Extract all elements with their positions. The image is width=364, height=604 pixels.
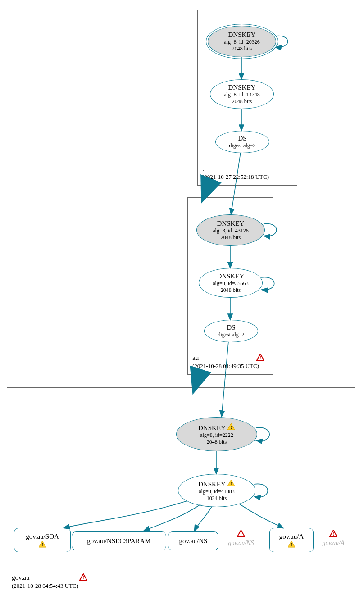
warning-icon: ! [227, 423, 235, 430]
node-sub1: alg=8, id=20326 [224, 39, 260, 45]
rr-ghost-label: gov.au/NS [228, 540, 254, 546]
node-sub1: alg=8, id=35563 [213, 280, 249, 287]
svg-text:!: ! [230, 481, 232, 486]
node-sub1: alg=8, id=2222 [200, 432, 233, 439]
node-title: DNSKEY [217, 272, 245, 280]
node-title: DNSKEY [217, 220, 245, 227]
node-sub2: 2048 bits [232, 45, 252, 52]
govau-zsk-dnskey: DNSKEY ! alg=8, id=41883 1024 bits [178, 474, 255, 507]
error-icon: ! [329, 530, 337, 537]
node-sub1: alg=8, id=41883 [199, 488, 235, 495]
svg-text:!: ! [291, 542, 292, 547]
root-zsk-dnskey: DNSKEY alg=8, id=14748 2048 bits [210, 79, 274, 109]
au-ksk-dnskey: DNSKEY alg=8, id=43126 2048 bits [196, 214, 265, 246]
zone-root-label: . [202, 165, 204, 173]
warning-icon: ! [38, 540, 46, 548]
rr-label: gov.au/NS [179, 537, 208, 545]
warning-icon: ! [227, 479, 235, 486]
svg-text:!: ! [230, 424, 232, 430]
govau-ksk-dnskey: DNSKEY ! alg=8, id=2222 2048 bits [176, 417, 257, 451]
govau-ns-ghost: ! gov.au/NS [221, 530, 261, 547]
node-sub2: 2048 bits [207, 439, 227, 445]
svg-text:!: ! [259, 355, 261, 360]
govau-nsec3param: gov.au/NSEC3PARAM [72, 531, 166, 550]
node-title: DNSKEY [228, 84, 256, 91]
zone-root-timestamp: (2021-10-27 22:52:18 UTC) [202, 173, 269, 181]
rr-ghost-label: gov.au/A [322, 540, 344, 546]
error-icon: ! [237, 530, 245, 537]
error-icon: ! [256, 354, 264, 361]
zone-au-label: au [192, 354, 199, 362]
zone-govau-label: gov.au [12, 574, 29, 581]
svg-text:!: ! [82, 575, 84, 580]
zone-govau-timestamp: (2021-10-28 04:54:43 UTC) [12, 582, 78, 590]
warning-icon: ! [287, 540, 296, 548]
svg-text:!: ! [240, 531, 242, 536]
rr-label: gov.au/A [279, 533, 304, 540]
govau-a-ghost: ! gov.au/A [315, 530, 351, 547]
svg-text:!: ! [332, 531, 334, 536]
node-sub2: 2048 bits [232, 98, 252, 105]
node-sub2: 2048 bits [221, 287, 241, 294]
rr-label: gov.au/NSEC3PARAM [87, 537, 150, 545]
svg-text:!: ! [41, 542, 43, 547]
node-sub1: alg=8, id=43126 [213, 227, 249, 234]
node-title: DNSKEY [198, 481, 225, 488]
node-sub1: digest alg=2 [218, 332, 244, 338]
node-title: DNSKEY [198, 424, 225, 431]
govau-soa: gov.au/SOA ! [14, 528, 71, 552]
node-title: DS [238, 135, 246, 142]
node-sub1: digest alg=2 [229, 142, 255, 149]
node-title: DNSKEY [228, 31, 256, 38]
rr-label: gov.au/SOA [26, 533, 59, 540]
root-ksk-dnskey: DNSKEY alg=8, id=20326 2048 bits [208, 26, 276, 57]
govau-ns: gov.au/NS [168, 531, 218, 550]
root-ds: DS digest alg=2 [215, 131, 269, 153]
node-sub1: alg=8, id=14748 [224, 91, 260, 98]
au-zsk-dnskey: DNSKEY alg=8, id=35563 2048 bits [199, 268, 263, 298]
node-title: DS [227, 324, 235, 332]
node-sub2: 1024 bits [207, 495, 227, 502]
au-ds: DS digest alg=2 [204, 320, 258, 342]
zone-au-timestamp: (2021-10-28 01:49:35 UTC) [192, 363, 259, 370]
error-icon: ! [79, 573, 87, 581]
govau-a: gov.au/A ! [269, 528, 314, 552]
node-sub2: 2048 bits [221, 234, 241, 241]
